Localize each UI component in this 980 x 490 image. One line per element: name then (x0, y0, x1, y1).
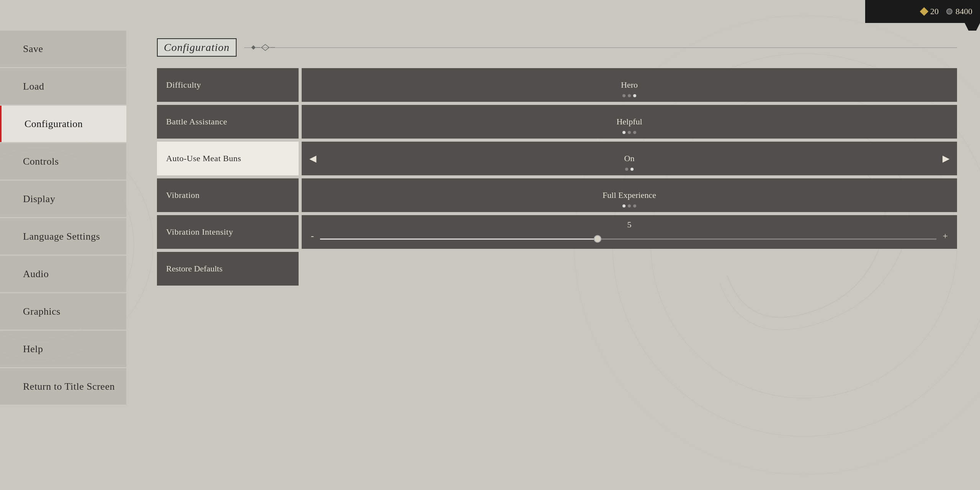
vibration-intensity-control: 5 - + (302, 215, 957, 249)
auto-use-meat-buns-value-cell[interactable]: ◀ On ▶ (302, 142, 957, 175)
dot-1 (625, 168, 628, 171)
slider-track[interactable] (320, 238, 936, 240)
sidebar-item-display[interactable]: Display (0, 181, 126, 217)
dot-1 (622, 204, 626, 207)
sidebar-label-display: Display (23, 193, 55, 205)
dot-3 (633, 131, 636, 134)
sidebar-label-load: Load (23, 81, 44, 92)
page-title: Configuration (157, 38, 237, 57)
svg-marker-5 (261, 44, 269, 51)
dot-1 (622, 131, 626, 134)
vibration-dots (622, 204, 636, 207)
currency-coins: 8400 (946, 7, 972, 16)
vibration-label-cell[interactable]: Vibration (157, 178, 299, 212)
settings-container: Difficulty Hero Battle Assistance Helpfu… (157, 68, 957, 286)
sidebar-item-controls[interactable]: Controls (0, 143, 126, 180)
sidebar-label-graphics: Graphics (23, 306, 60, 317)
sidebar-label-return-to-title: Return to Title Screen (23, 381, 115, 392)
arrow-left-icon[interactable]: ◀ (309, 153, 316, 164)
slider-increase-button[interactable]: + (942, 231, 948, 241)
difficulty-label: Difficulty (166, 80, 201, 90)
dot-2 (628, 94, 631, 97)
coin-icon (946, 8, 952, 15)
sidebar-label-audio: Audio (23, 268, 49, 280)
setting-row-restore: Restore Defaults (157, 252, 957, 286)
sidebar-item-language-settings[interactable]: Language Settings (0, 218, 126, 255)
battle-assistance-dots (622, 131, 636, 134)
coin-value: 8400 (956, 7, 972, 16)
sidebar-item-graphics[interactable]: Graphics (0, 293, 126, 330)
difficulty-value: Hero (621, 80, 638, 90)
slider-thumb[interactable] (594, 235, 601, 243)
setting-row-battle-assistance: Battle Assistance Helpful (157, 105, 957, 139)
sidebar-item-return-to-title[interactable]: Return to Title Screen (0, 368, 126, 405)
sidebar: Save Load Configuration Controls Display… (0, 23, 126, 490)
vibration-value: Full Experience (603, 190, 656, 200)
arrow-right-icon[interactable]: ▶ (942, 153, 949, 164)
difficulty-value-cell[interactable]: Hero (302, 68, 957, 102)
currency-diamonds: 20 (921, 7, 939, 16)
header-divider (244, 47, 957, 48)
sidebar-item-load[interactable]: Load (0, 68, 126, 105)
dot-3 (633, 94, 636, 97)
setting-row-vibration: Vibration Full Experience (157, 178, 957, 212)
sidebar-label-configuration: Configuration (24, 118, 83, 130)
slider-decrease-button[interactable]: - (311, 231, 314, 241)
dot-1 (622, 94, 626, 97)
vibration-intensity-label: Vibration Intensity (166, 227, 233, 237)
difficulty-label-cell[interactable]: Difficulty (157, 68, 299, 102)
vibration-intensity-label-cell[interactable]: Vibration Intensity (157, 215, 299, 249)
battle-assistance-label: Battle Assistance (166, 117, 227, 127)
vibration-label: Vibration (166, 190, 200, 200)
setting-row-auto-use-meat-buns: Auto-Use Meat Buns ◀ On ▶ (157, 142, 957, 175)
sidebar-label-language-settings: Language Settings (23, 231, 100, 242)
auto-use-meat-buns-value: On (624, 154, 635, 163)
battle-assistance-label-cell[interactable]: Battle Assistance (157, 105, 299, 139)
battle-assistance-value: Helpful (616, 117, 642, 127)
main-content: Configuration Difficulty Hero (134, 23, 980, 490)
dot-2 (628, 131, 631, 134)
sidebar-label-controls: Controls (23, 156, 59, 167)
vibration-value-cell[interactable]: Full Experience (302, 178, 957, 212)
restore-defaults-button[interactable]: Restore Defaults (157, 252, 299, 286)
sidebar-item-help[interactable]: Help (0, 331, 126, 367)
setting-row-vibration-intensity: Vibration Intensity 5 - + (157, 215, 957, 249)
auto-use-meat-buns-label-cell[interactable]: Auto-Use Meat Buns (157, 142, 299, 175)
sidebar-item-configuration[interactable]: Configuration (0, 106, 126, 142)
sidebar-item-audio[interactable]: Audio (0, 256, 126, 292)
slider-value: 5 (627, 220, 632, 230)
sidebar-label-save: Save (23, 43, 43, 55)
setting-row-difficulty: Difficulty Hero (157, 68, 957, 102)
dot-3 (633, 204, 636, 207)
slider-fill (320, 238, 598, 240)
diamond-value: 20 (930, 7, 939, 16)
sidebar-label-help: Help (23, 343, 43, 355)
auto-use-meat-buns-dots (625, 168, 634, 171)
auto-use-meat-buns-label: Auto-Use Meat Buns (166, 154, 241, 163)
battle-assistance-value-cell[interactable]: Helpful (302, 105, 957, 139)
config-header: Configuration (157, 38, 957, 57)
difficulty-dots (622, 94, 636, 97)
dot-2 (630, 168, 634, 171)
top-bar: 20 8400 (865, 0, 980, 23)
diamond-icon (920, 7, 929, 16)
restore-defaults-label: Restore Defaults (166, 264, 222, 274)
dot-2 (628, 204, 631, 207)
sidebar-item-save[interactable]: Save (0, 31, 126, 67)
